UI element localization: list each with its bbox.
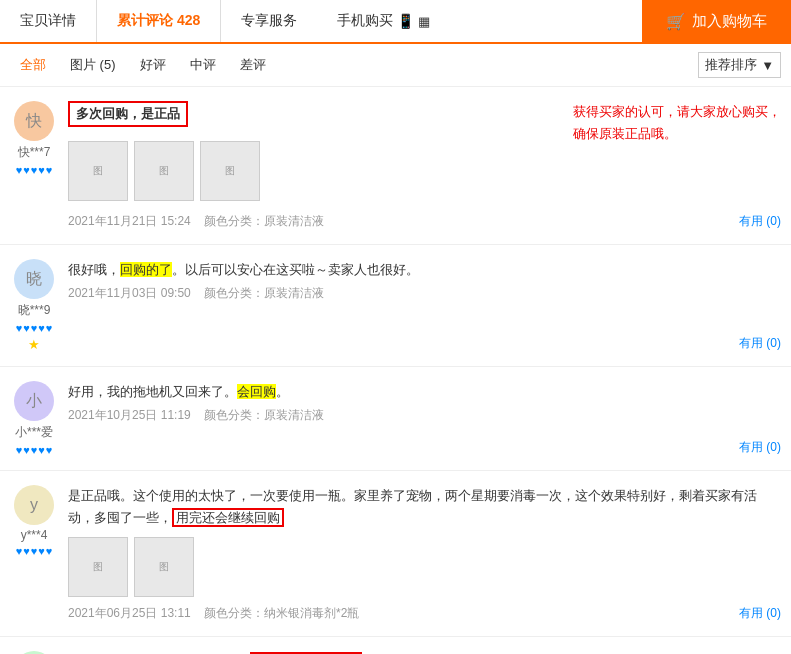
filter-bar: 全部 图片 (5) 好评 中评 差评 推荐排序 ▼ <box>0 44 791 87</box>
review-images: 图 图 图 <box>68 141 553 201</box>
highlight-box-text: 用完还会继续回购 <box>172 508 284 527</box>
avatar-image: 晓 <box>14 259 54 299</box>
username: 晓***9 <box>18 302 51 319</box>
table-row: 晓 晓***9 ♥ ♥ ♥ ♥ ♥ ★ 很好哦，回购的了。以后可以安心在这买啦～… <box>0 245 791 367</box>
avatar-image: 小 <box>14 381 54 421</box>
tab-service[interactable]: 专享服务 <box>221 0 317 42</box>
avatar-image: y <box>14 485 54 525</box>
username: y***4 <box>21 528 48 542</box>
tab-mobile[interactable]: 手机购买 📱 ▦ <box>317 0 449 42</box>
filter-bad[interactable]: 差评 <box>230 53 276 77</box>
table-row: y y***4 ♥ ♥ ♥ ♥ ♥ 是正品哦。这个使用的太快了，一次要使用一瓶。… <box>0 471 791 637</box>
review-body: 多次回购，是正品 图 图 图 获得买家的认可，请大家放心购买，确保原装正品哦。 … <box>68 101 781 230</box>
review-text: 是正品哦。这个使用的太快了，一次要使用一瓶。家里养了宠物，两个星期要消毒一次，这… <box>68 485 781 529</box>
review-meta: 2021年11月03日 09:50 颜色分类：原装清洁液 <box>68 285 781 302</box>
review-highlight-text: 多次回购，是正品 <box>68 101 188 127</box>
avatar: 小 小***爱 ♥ ♥ ♥ ♥ ♥ <box>10 381 58 456</box>
review-meta: 2021年11月21日 15:24 颜色分类：原装清洁液 <box>68 213 781 230</box>
review-meta: 2021年06月25日 13:11 颜色分类：纳米银消毒剂*2瓶 <box>68 605 781 622</box>
filter-images[interactable]: 图片 (5) <box>60 53 126 77</box>
table-row: 小 小***爱 ♥ ♥ ♥ ♥ ♥ 好用，我的拖地机又回来了。会回购。 2021… <box>0 367 791 471</box>
top-nav: 宝贝详情 累计评论428 专享服务 手机购买 📱 ▦ 🛒 加入购物车 <box>0 0 791 44</box>
review-body: 是正品哦。这个使用的太快了，一次要使用一瓶。家里养了宠物，两个星期要消毒一次，这… <box>68 485 781 622</box>
table-row: 快 快***7 ♥ ♥ ♥ ♥ ♥ 多次回购，是正品 图 图 图 <box>0 87 791 245</box>
tab-reviews[interactable]: 累计评论428 <box>96 0 221 42</box>
sort-dropdown[interactable]: 推荐排序 ▼ <box>698 52 781 78</box>
review-image-thumb[interactable]: 图 <box>134 537 194 597</box>
filter-mid[interactable]: 中评 <box>180 53 226 77</box>
seller-reply: 获得买家的认可，请大家放心购买，确保原装正品哦。 <box>573 101 781 145</box>
highlight-text: 会回购 <box>237 384 276 399</box>
filter-all[interactable]: 全部 <box>10 53 56 77</box>
avatar: 晓 晓***9 ♥ ♥ ♥ ♥ ♥ ★ <box>10 259 58 352</box>
highlight-text: 回购的了 <box>120 262 172 277</box>
review-image-thumb[interactable]: 图 <box>134 141 194 201</box>
star-rating: ♥ ♥ ♥ ♥ ♥ <box>16 322 53 334</box>
useful-button[interactable]: 有用 (0) <box>739 605 781 622</box>
useful-button[interactable]: 有用 (0) <box>739 439 781 456</box>
avatar: y y***4 ♥ ♥ ♥ ♥ ♥ <box>10 485 58 557</box>
review-body: 很好哦，回购的了。以后可以安心在这买啦～卖家人也很好。 2021年11月03日 … <box>68 259 781 302</box>
review-image-thumb[interactable]: 图 <box>200 141 260 201</box>
tab-detail[interactable]: 宝贝详情 <box>0 0 96 42</box>
review-list: 快 快***7 ♥ ♥ ♥ ♥ ♥ 多次回购，是正品 图 图 图 <box>0 87 791 654</box>
avatar: 快 快***7 ♥ ♥ ♥ ♥ ♥ <box>10 101 58 176</box>
username: 快***7 <box>18 144 51 161</box>
add-cart-button[interactable]: 🛒 加入购物车 <box>642 0 791 42</box>
filter-good[interactable]: 好评 <box>130 53 176 77</box>
review-image-thumb[interactable]: 图 <box>68 141 128 201</box>
useful-button[interactable]: 有用 (0) <box>739 213 781 230</box>
nav-spacer <box>449 0 642 42</box>
phone-icon: 📱 <box>397 13 414 29</box>
review-text: 好用，我的拖地机又回来了。会回购。 <box>68 381 781 403</box>
star-rating: ♥ ♥ ♥ ♥ ♥ <box>16 164 53 176</box>
cart-icon: 🛒 <box>666 12 686 31</box>
chevron-down-icon: ▼ <box>761 58 774 73</box>
review-text: 很好哦，回购的了。以后可以安心在这买啦～卖家人也很好。 <box>68 259 781 281</box>
review-body: 好用，我的拖地机又回来了。会回购。 2021年10月25日 11:19 颜色分类… <box>68 381 781 424</box>
star-rating: ♥ ♥ ♥ ♥ ♥ <box>16 444 53 456</box>
useful-button[interactable]: 有用 (0) <box>739 335 781 352</box>
review-images: 图 图 <box>68 537 781 597</box>
review-image-thumb[interactable]: 图 <box>68 537 128 597</box>
table-row: 购 购***5 ♥ ♥ ★ 添可的原装正品，就是不一样，会一如既往的回购 易耗品… <box>0 637 791 654</box>
star-rating: ♥ ♥ ♥ ♥ ♥ <box>16 545 53 557</box>
review-top-row: 多次回购，是正品 图 图 图 获得买家的认可，请大家放心购买，确保原装正品哦。 <box>68 101 781 209</box>
qr-icon: ▦ <box>418 14 429 29</box>
gold-star: ★ <box>28 337 40 352</box>
username: 小***爱 <box>15 424 53 441</box>
avatar-image: 快 <box>14 101 54 141</box>
review-meta: 2021年10月25日 11:19 颜色分类：原装清洁液 <box>68 407 781 424</box>
